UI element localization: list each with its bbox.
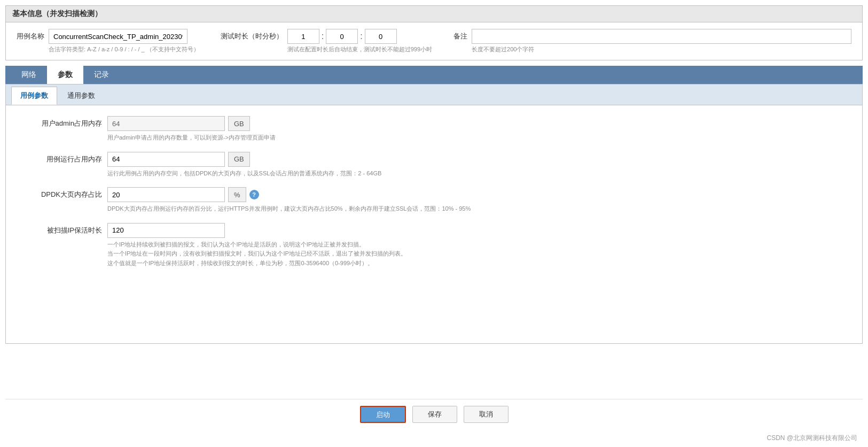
name-input[interactable] [49,29,187,44]
remark-field-wrapper: 长度不要超过200个字符 [472,29,851,53]
param-label-case-memory: 用例运行占用内存 [27,152,107,164]
basic-info-section: 基本信息（并发扫描检测） 用例名称 合法字符类型: A-Z / a-z / 0-… [5,5,863,60]
param-row-dpdk-ratio: DPDK大页内存占比 % ? DPDK大页内存占用例运行内存的百分比，运行HTT… [27,187,841,213]
time-hint: 测试在配置时长后自动结束，测试时长不能超过999小时 [287,45,432,53]
time-label: 测试时长（时分秒） [221,29,283,41]
admin-memory-unit: GB [228,116,250,131]
param-control-dpdk-ratio: % ? DPDK大页内存占用例运行内存的百分比，运行HTTPS并发用例时，建议大… [107,187,471,213]
param-row-scan-keepalive: 被扫描IP保活时长 一个IP地址持续收到被扫描的报文，我们认为这个IP地址是活跃… [27,223,841,268]
remark-label: 备注 [453,29,467,41]
page-footer: CSDN @北京网测科技有限公司 [0,429,868,447]
param-input-row-case-memory: GB [107,152,381,167]
param-control-admin-memory: GB 用户admin申请占用的内存数量，可以到资源->内存管理页面申请 [107,116,276,142]
dpdk-ratio-input[interactable] [107,187,225,202]
inner-content-area: 用例参数 通用参数 用户admin占用内存 GB 用户admin申请占用的内存数… [5,84,863,344]
tab-common-params[interactable]: 通用参数 [58,87,104,105]
case-memory-input[interactable] [107,152,225,167]
remark-input[interactable] [472,29,851,44]
remark-hint: 长度不要超过200个字符 [472,45,851,53]
name-field-group: 用例名称 合法字符类型: A-Z / a-z / 0-9 / : / - / _… [17,29,199,53]
param-row-admin-memory: 用户admin占用内存 GB 用户admin申请占用的内存数量，可以到资源->内… [27,116,841,142]
start-button[interactable]: 启动 [360,406,406,423]
time-minutes-input[interactable] [326,29,358,44]
tab-params[interactable]: 参数 [47,66,83,84]
basic-info-content: 用例名称 合法字符类型: A-Z / a-z / 0-9 / : / - / _… [6,22,862,60]
param-label-admin-memory: 用户admin占用内存 [27,116,107,128]
time-sep-1: : [322,32,324,41]
time-seconds-input[interactable] [365,29,397,44]
time-inputs: : : [287,29,432,44]
outer-tab-nav: 网络 参数 记录 [5,66,863,84]
bottom-bar: 启动 保存 取消 [5,399,863,429]
tab-records[interactable]: 记录 [83,66,120,84]
name-label: 用例名称 [17,29,44,41]
admin-memory-input[interactable] [107,116,225,131]
param-input-row-scan-keepalive [107,223,406,238]
dpdk-ratio-unit: % [228,187,246,202]
param-label-scan-keepalive: 被扫描IP保活时长 [27,223,107,235]
basic-info-title: 基本信息（并发扫描检测） [6,6,862,22]
param-input-row-admin-memory: GB [107,116,276,131]
page-wrapper: 基本信息（并发扫描检测） 用例名称 合法字符类型: A-Z / a-z / 0-… [0,0,868,447]
param-control-case-memory: GB 运行此用例占用的内存空间，包括DPDK的大页内存，以及SSL会话占用的普通… [107,152,381,178]
case-memory-unit: GB [228,152,250,167]
name-field-wrapper: 合法字符类型: A-Z / a-z / 0-9 / : / - / _ （不支持… [49,29,199,53]
save-button[interactable]: 保存 [412,406,457,423]
tab-case-params[interactable]: 用例参数 [11,87,57,105]
params-content: 用户admin占用内存 GB 用户admin申请占用的内存数量，可以到资源->内… [6,105,862,288]
time-sep-2: : [360,32,362,41]
tab-network[interactable]: 网络 [11,66,47,84]
footer-text: CSDN @北京网测科技有限公司 [767,434,857,442]
param-input-row-dpdk-ratio: % ? [107,187,471,202]
dpdk-help-icon[interactable]: ? [249,190,259,199]
inner-tab-nav: 用例参数 通用参数 [6,84,862,105]
time-field-group: 测试时长（时分秒） : : 测试在配置时长后自动结束，测试时长不能超过999小时 [221,29,432,53]
time-field-wrapper: : : 测试在配置时长后自动结束，测试时长不能超过999小时 [287,29,432,53]
param-control-scan-keepalive: 一个IP地址持续收到被扫描的报文，我们认为这个IP地址是活跃的，说明这个IP地址… [107,223,406,268]
remark-field-group: 备注 长度不要超过200个字符 [453,29,851,53]
param-label-dpdk-ratio: DPDK大页内存占比 [27,187,107,199]
name-hint: 合法字符类型: A-Z / a-z / 0-9 / : / - / _ （不支持… [49,45,199,53]
param-row-case-memory: 用例运行占用内存 GB 运行此用例占用的内存空间，包括DPDK的大页内存，以及S… [27,152,841,178]
admin-memory-desc: 用户admin申请占用的内存数量，可以到资源->内存管理页面申请 [107,133,276,142]
case-memory-desc: 运行此用例占用的内存空间，包括DPDK的大页内存，以及SSL会话占用的普通系统内… [107,169,381,178]
scan-keepalive-input[interactable] [107,223,225,238]
time-hours-input[interactable] [287,29,319,44]
dpdk-ratio-desc: DPDK大页内存占用例运行内存的百分比，运行HTTPS并发用例时，建议大页内存占… [107,204,471,213]
scan-keepalive-desc: 一个IP地址持续收到被扫描的报文，我们认为这个IP地址是活跃的，说明这个IP地址… [107,240,406,268]
content-spacer [0,344,868,399]
cancel-button[interactable]: 取消 [464,406,509,423]
